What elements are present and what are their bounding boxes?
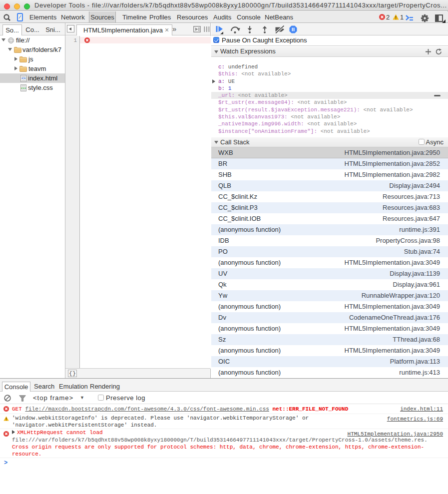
svg-text:<>: <> (21, 76, 25, 79)
svg-text:css: css (21, 86, 26, 89)
